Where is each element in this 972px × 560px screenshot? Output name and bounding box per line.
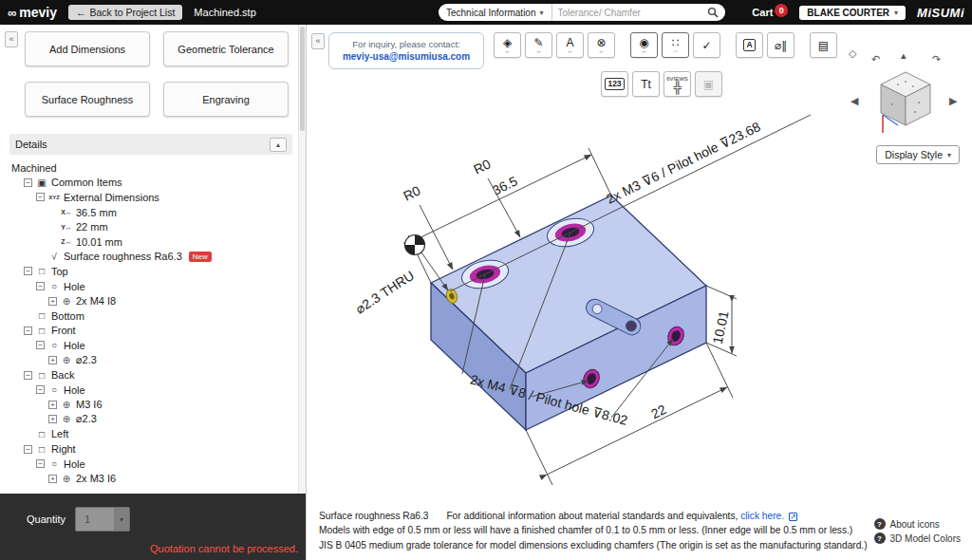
face-icon: □: [35, 266, 48, 276]
search-icon[interactable]: [707, 7, 719, 18]
view-left-arrow-icon[interactable]: ◀: [850, 95, 858, 107]
holeleaf-icon: ⊕: [60, 355, 73, 365]
quantity-select[interactable]: 1 ▾: [75, 507, 130, 532]
face-icon: □: [35, 444, 48, 455]
tree-item[interactable]: −○Hole: [11, 457, 290, 472]
tree-item[interactable]: +⊕2x M3 I6: [11, 471, 290, 486]
external-link-icon[interactable]: ↗: [789, 513, 797, 521]
user-name: BLAKE COURTER: [807, 8, 889, 18]
chevron-down-icon: ▾: [114, 508, 129, 531]
tree-item-label: Hole: [64, 340, 85, 351]
add-dimensions-button[interactable]: Add Dimensions: [25, 31, 150, 66]
expand-node-icon[interactable]: +: [48, 401, 57, 409]
tree-item-label: Top: [51, 266, 68, 277]
face-icon: □: [35, 429, 48, 439]
hole-icon: ○: [47, 281, 61, 291]
question-icon: ?: [874, 532, 886, 544]
thru-callout: ⌀2.3 THRU: [352, 268, 417, 317]
tree-item-label: Front: [51, 325, 76, 336]
collapse-node-icon[interactable]: −: [36, 193, 45, 201]
technical-information-dropdown[interactable]: Technical Information ▾: [439, 4, 552, 21]
back-button-label: Back to Project List: [89, 7, 175, 18]
face-icon: □: [35, 310, 48, 321]
dimz-icon: Z↔: [60, 238, 73, 245]
dimx-icon: X↔: [60, 209, 73, 215]
tree-item-label: ⌀2.3: [76, 413, 97, 425]
face-icon: □: [35, 326, 48, 336]
collapse-node-icon[interactable]: −: [24, 178, 32, 187]
view-cube[interactable]: [873, 65, 938, 148]
collapse-sidebar-button[interactable]: «: [5, 31, 18, 47]
collapse-node-icon[interactable]: −: [24, 445, 32, 454]
tree-item[interactable]: −○Hole: [11, 279, 290, 294]
tree-item-label: Bottom: [51, 310, 84, 322]
tree-item-label: External Dimensions: [64, 192, 159, 203]
user-menu-button[interactable]: BLAKE COURTER ▾: [799, 6, 906, 20]
tree-item[interactable]: +⊕M3 I6: [11, 398, 290, 413]
tree-item-label: M3 I6: [76, 399, 103, 410]
tree-item[interactable]: +⊕2x M4 I8: [11, 293, 290, 308]
geometric-tolerance-button[interactable]: Geometric Tolerance: [163, 31, 289, 66]
chamfer-note: Models with edge of 0.5 mm or less will …: [319, 523, 888, 538]
collapse-node-icon[interactable]: −: [24, 267, 32, 275]
tree-item-label: 10.01 mm: [76, 236, 122, 248]
collapse-node-icon[interactable]: −: [36, 385, 45, 394]
tree-item[interactable]: −□Right: [11, 441, 290, 457]
machined-block[interactable]: [431, 196, 706, 430]
tree-item[interactable]: −□Front: [11, 324, 290, 339]
tree-item[interactable]: +⊕⌀2.3: [11, 353, 290, 368]
tree-item[interactable]: −□Back: [11, 367, 290, 383]
rotate-up-icon[interactable]: ▴: [901, 49, 907, 62]
collapse-node-icon[interactable]: −: [24, 327, 32, 335]
cart-count-badge: 0: [775, 4, 788, 17]
collapse-node-icon[interactable]: −: [36, 459, 45, 468]
tree-item[interactable]: X↔36.5 mm: [11, 205, 290, 220]
sidebar-scrollbar[interactable]: [298, 25, 306, 494]
expand-node-icon[interactable]: +: [48, 356, 57, 364]
tree-item[interactable]: Machined: [11, 160, 290, 176]
drawing-notes: Surface roughness Ra6.3 For additional i…: [319, 509, 888, 553]
face-icon: □: [35, 370, 48, 381]
tree-item[interactable]: −XYZExternal Dimensions: [11, 190, 290, 205]
tree-item[interactable]: +⊕⌀2.3: [11, 412, 290, 427]
reset-view-icon[interactable]: ◇: [849, 47, 856, 60]
tree-item[interactable]: −▣Common Items: [11, 176, 290, 191]
collapse-node-icon[interactable]: −: [36, 282, 45, 290]
back-arrow-icon: ←: [76, 7, 86, 18]
tree-item[interactable]: □Left: [11, 427, 290, 442]
radius-label-1: R0: [471, 156, 493, 177]
quantity-bar: Quantity 1 ▾ Quotation cannot be process…: [0, 494, 306, 560]
scrollbar-thumb[interactable]: [300, 27, 305, 131]
meviy-logo[interactable]: ∞ meviy: [8, 5, 57, 20]
cart-button[interactable]: Cart 0: [752, 7, 788, 18]
tree-item[interactable]: −○Hole: [11, 383, 290, 398]
surface-roughness-button[interactable]: Surface Roughness: [25, 82, 150, 117]
engraving-button[interactable]: Engraving: [163, 82, 289, 117]
view-right-arrow-icon[interactable]: ▶: [949, 95, 957, 107]
xyz-icon: XYZ: [47, 195, 61, 200]
back-to-project-list-button[interactable]: ← Back to Project List: [68, 5, 182, 20]
cart-label: Cart: [752, 7, 773, 18]
tolerance-note: JIS B 0405 medium grade tolerance for mo…: [319, 538, 888, 553]
search-input[interactable]: [552, 8, 707, 18]
meviy-logo-icon: ∞: [8, 6, 16, 20]
radius-label-2: R0: [401, 182, 422, 203]
details-collapse-button[interactable]: ▲: [270, 138, 287, 152]
model-colors-link[interactable]: ? 3D Model Colors: [874, 532, 961, 544]
tree-item-label: 22 mm: [76, 221, 108, 233]
display-style-button[interactable]: Display Style ▾: [876, 145, 960, 164]
expand-node-icon[interactable]: +: [48, 415, 57, 423]
chevron-down-icon: ▾: [947, 151, 951, 159]
tree-item[interactable]: −□Top: [11, 264, 290, 279]
tree-item[interactable]: □Bottom: [11, 308, 290, 324]
collapse-node-icon[interactable]: −: [36, 341, 45, 349]
tree-item[interactable]: Z↔10.01 mm: [11, 234, 290, 250]
tree-item[interactable]: −○Hole: [11, 338, 290, 353]
about-icons-link[interactable]: ? About icons: [874, 518, 961, 530]
expand-node-icon[interactable]: +: [48, 297, 57, 306]
click-here-link[interactable]: click here.: [740, 511, 784, 521]
tree-item[interactable]: Y↔22 mm: [11, 219, 290, 234]
collapse-node-icon[interactable]: −: [24, 371, 32, 380]
tree-item[interactable]: √Surface roughness Ra6.3New: [11, 250, 290, 265]
expand-node-icon[interactable]: +: [48, 475, 57, 483]
